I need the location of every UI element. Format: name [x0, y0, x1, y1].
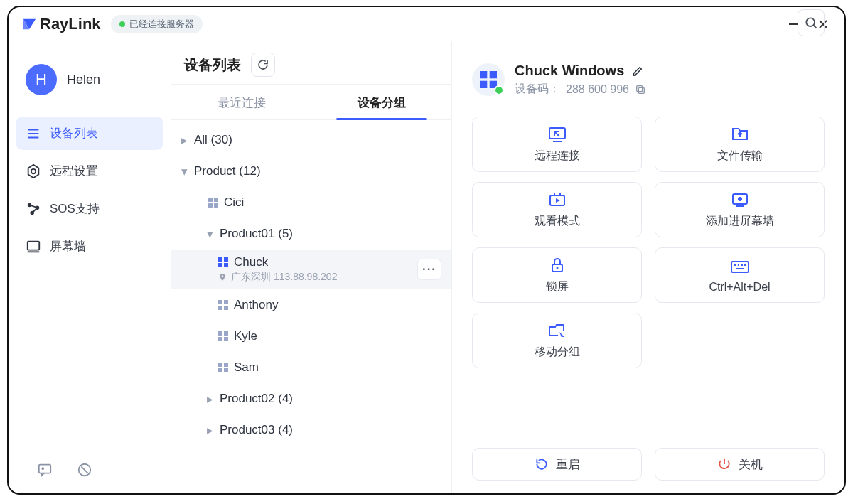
help-button[interactable]: [77, 462, 92, 478]
svg-rect-15: [39, 465, 51, 473]
refresh-button[interactable]: [251, 53, 275, 77]
action-label: 观看模式: [535, 214, 580, 229]
titlebar: RayLink 已经连接服务器: [9, 7, 844, 41]
svg-rect-42: [490, 71, 497, 78]
gear-icon: [26, 163, 41, 179]
svg-rect-23: [218, 257, 222, 262]
shutdown-button[interactable]: 关机: [655, 448, 825, 481]
device-os-badge: [472, 63, 505, 96]
svg-rect-25: [218, 263, 222, 267]
device-detail-titleblock: Chuck Windows 设备码： 288 600 996: [515, 63, 646, 97]
action-ctrl-alt-del[interactable]: Ctrl+Alt+Del: [655, 247, 825, 303]
sidebar-item-devices[interactable]: 设备列表: [16, 117, 163, 150]
user-profile[interactable]: H Helen: [16, 48, 163, 109]
actions-grid: 远程连接 文件传输 观看模式 添加进屏幕墙 锁屏: [472, 117, 825, 303]
device-tree: ▸ All (30) ▾ Product (12) Cici: [171, 120, 451, 450]
svg-point-16: [42, 468, 43, 469]
shutdown-label: 关机: [739, 456, 763, 473]
device-item-chuck[interactable]: Chuck 广东深圳 113.88.98.202 ···: [171, 250, 451, 289]
add-screenwall-icon: [730, 191, 750, 209]
tab-groups[interactable]: 设备分组: [311, 85, 451, 119]
restart-button[interactable]: 重启: [472, 448, 642, 481]
sidebar-item-label: 远程设置: [50, 163, 98, 179]
monitor-icon: [26, 239, 41, 254]
chevron-right-icon: ▸: [204, 392, 215, 407]
restart-label: 重启: [556, 456, 580, 473]
windows-icon: [208, 198, 218, 208]
sidebar-item-sos[interactable]: SOS支持: [16, 192, 163, 225]
device-id-label: 设备码：: [515, 82, 560, 97]
action-label: 添加进屏幕墙: [706, 214, 774, 229]
tree-group-product01[interactable]: ▾ Product01 (5): [171, 218, 451, 250]
action-add-to-screenwall[interactable]: 添加进屏幕墙: [655, 182, 825, 237]
app-window: RayLink 已经连接服务器 H Helen: [7, 6, 846, 495]
tree-label: Product03 (4): [220, 423, 293, 437]
device-item-sam[interactable]: Sam: [171, 352, 451, 383]
sidebar: H Helen 设备列表 远程设置: [9, 41, 171, 493]
copy-id-button[interactable]: [635, 84, 646, 95]
svg-rect-48: [549, 128, 565, 139]
online-status-dot-icon: [494, 85, 504, 95]
sidebar-footer: [16, 462, 163, 485]
action-label: 远程连接: [535, 149, 580, 163]
keyboard-icon: [729, 257, 751, 276]
windows-icon: [218, 363, 228, 372]
edit-name-button[interactable]: [631, 65, 644, 77]
action-label: 锁屏: [546, 279, 569, 294]
search-button[interactable]: [798, 9, 825, 36]
svg-line-18: [81, 466, 87, 473]
device-item-cici[interactable]: Cici: [171, 187, 451, 218]
tree-label: Product02 (4): [220, 392, 293, 406]
tree-group-product[interactable]: ▾ Product (12): [171, 156, 451, 187]
action-lock-screen[interactable]: 锁屏: [472, 247, 642, 303]
svg-rect-28: [224, 300, 228, 304]
svg-rect-19: [208, 198, 213, 202]
tree-group-all[interactable]: ▸ All (30): [171, 124, 451, 156]
device-tree-scroll[interactable]: ▸ All (30) ▾ Product (12) Cici: [171, 120, 451, 493]
action-file-transfer[interactable]: 文件传输: [655, 117, 825, 172]
tab-label: 设备分组: [358, 96, 406, 109]
svg-rect-36: [224, 363, 228, 367]
action-label: 文件传输: [717, 149, 763, 163]
sidebar-item-label: 设备列表: [50, 125, 98, 141]
tree-group-product03[interactable]: ▸ Product03 (4): [171, 414, 451, 446]
connection-status-pill: 已经连接服务器: [111, 15, 203, 33]
tree-group-product02[interactable]: ▸ Product02 (4): [171, 383, 451, 414]
sidebar-nav: 设备列表 远程设置 SOS支持: [16, 117, 163, 263]
windows-icon: [218, 300, 228, 310]
device-item-anthony[interactable]: Anthony: [171, 289, 451, 321]
tab-recent[interactable]: 最近连接: [171, 85, 311, 119]
sidebar-item-screenwall[interactable]: 屏幕墙: [16, 230, 163, 263]
svg-rect-21: [208, 203, 213, 208]
feedback-button[interactable]: [37, 462, 53, 478]
list-icon: [26, 126, 41, 141]
device-location-ip: 广东深圳 113.88.98.202: [231, 271, 337, 284]
svg-rect-37: [218, 368, 222, 372]
svg-rect-47: [637, 85, 643, 91]
chevron-down-icon: ▾: [178, 164, 190, 179]
svg-rect-35: [218, 363, 222, 367]
device-label: Anthony: [234, 298, 278, 312]
svg-marker-55: [556, 198, 560, 203]
chevron-right-icon: ▸: [204, 423, 215, 438]
action-remote-connect[interactable]: 远程连接: [472, 117, 642, 172]
device-item-kyle[interactable]: Kyle: [171, 321, 451, 352]
windows-icon: [218, 257, 228, 267]
device-label: Chuck: [234, 255, 268, 269]
action-move-group[interactable]: 移动分组: [472, 313, 642, 368]
svg-point-39: [806, 18, 815, 26]
svg-rect-26: [224, 263, 228, 267]
power-actions: 重启 关机: [472, 448, 825, 483]
svg-rect-13: [28, 241, 40, 250]
device-detail-panel: Chuck Windows 设备码： 288 600 996: [452, 41, 844, 493]
network-icon: [26, 201, 41, 217]
app-name: RayLink: [40, 15, 101, 33]
device-more-button[interactable]: ···: [417, 259, 441, 280]
sidebar-item-label: 屏幕墙: [50, 238, 86, 254]
power-icon: [717, 457, 731, 471]
action-view-mode[interactable]: 观看模式: [472, 182, 642, 237]
svg-rect-43: [480, 81, 487, 88]
device-label: Cici: [224, 195, 244, 210]
connection-status-text: 已经连接服务器: [129, 18, 194, 31]
sidebar-item-remote-settings[interactable]: 远程设置: [16, 154, 163, 188]
